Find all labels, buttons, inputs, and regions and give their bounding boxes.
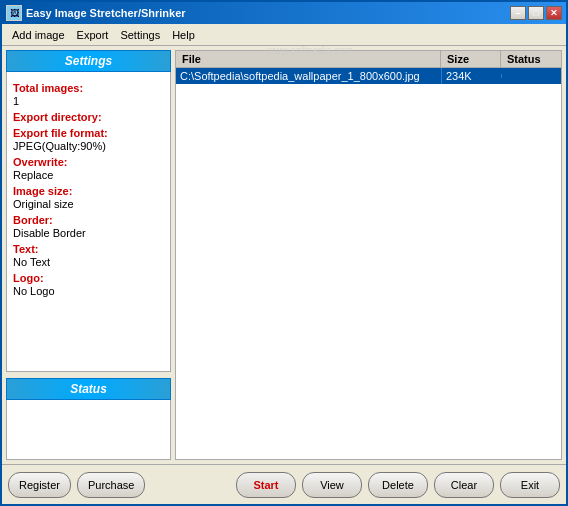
window-title: Easy Image Stretcher/Shrinker <box>26 7 186 19</box>
title-bar: 🖼 Easy Image Stretcher/Shrinker – □ ✕ <box>2 2 566 24</box>
col-header-file: File <box>176 51 441 67</box>
value-total-images: 1 <box>13 95 164 107</box>
label-text: Text: <box>13 243 164 255</box>
window-controls: – □ ✕ <box>510 6 562 20</box>
label-export-dir: Export directory: <box>13 111 164 123</box>
cell-file-size: 234K <box>441 68 501 84</box>
col-header-status: Status <box>501 51 561 67</box>
status-body <box>6 400 171 460</box>
col-header-size: Size <box>441 51 501 67</box>
view-button[interactable]: View <box>302 472 362 498</box>
clear-button[interactable]: Clear <box>434 472 494 498</box>
close-button[interactable]: ✕ <box>546 6 562 20</box>
label-image-size: Image size: <box>13 185 164 197</box>
minimize-button[interactable]: – <box>510 6 526 20</box>
file-list-body: C:\Softpedia\softpedia_wallpaper_1_800x6… <box>176 68 561 459</box>
main-window: 🖼 Easy Image Stretcher/Shrinker – □ ✕ Ad… <box>0 0 568 506</box>
status-header: Status <box>6 378 171 400</box>
label-logo: Logo: <box>13 272 164 284</box>
label-total-images: Total images: <box>13 82 164 94</box>
start-button[interactable]: Start <box>236 472 296 498</box>
menu-export[interactable]: Export <box>71 27 115 43</box>
value-overwrite: Replace <box>13 169 164 181</box>
status-panel: Status <box>6 378 171 460</box>
value-export-format: JPEG(Qualty:90%) <box>13 140 164 152</box>
main-content: Settings Total images: 1 Export director… <box>2 46 566 464</box>
left-panel: Settings Total images: 1 Export director… <box>6 50 171 460</box>
value-logo: No Logo <box>13 285 164 297</box>
menu-bar: Add image Export Settings Help <box>2 24 566 46</box>
delete-button[interactable]: Delete <box>368 472 428 498</box>
menu-add-image[interactable]: Add image <box>6 27 71 43</box>
settings-body: Total images: 1 Export directory: Export… <box>6 72 171 372</box>
table-row[interactable]: C:\Softpedia\softpedia_wallpaper_1_800x6… <box>176 68 561 84</box>
label-overwrite: Overwrite: <box>13 156 164 168</box>
exit-button[interactable]: Exit <box>500 472 560 498</box>
settings-header: Settings <box>6 50 171 72</box>
menu-help[interactable]: Help <box>166 27 201 43</box>
value-text: No Text <box>13 256 164 268</box>
label-border: Border: <box>13 214 164 226</box>
app-icon: 🖼 <box>6 5 22 21</box>
cell-file-path: C:\Softpedia\softpedia_wallpaper_1_800x6… <box>176 68 441 84</box>
menu-settings[interactable]: Settings <box>114 27 166 43</box>
value-image-size: Original size <box>13 198 164 210</box>
file-list-panel: File Size Status C:\Softpedia\softpedia_… <box>175 50 562 460</box>
value-border: Disable Border <box>13 227 164 239</box>
purchase-button[interactable]: Purchase <box>77 472 145 498</box>
cell-file-status <box>501 74 561 78</box>
file-list-header: File Size Status <box>176 51 561 68</box>
bottom-bar: Register Purchase Start View Delete Clea… <box>2 464 566 504</box>
maximize-button[interactable]: □ <box>528 6 544 20</box>
register-button[interactable]: Register <box>8 472 71 498</box>
label-export-format: Export file format: <box>13 127 164 139</box>
